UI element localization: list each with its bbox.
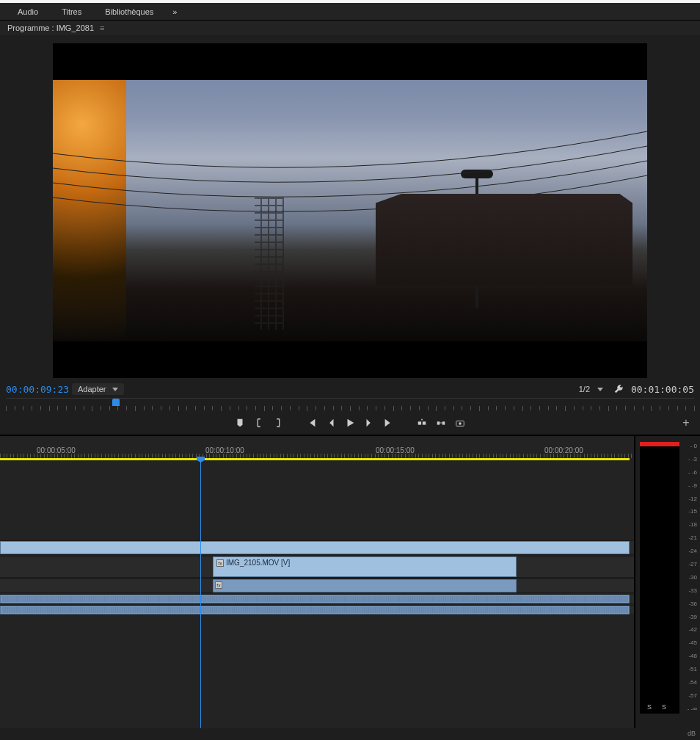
clip-a2-waveform[interactable] [0,606,630,614]
meter-tick-label: -36 [681,601,697,607]
timeline-playhead[interactable] [200,458,201,728]
viewer-ruler[interactable] [6,398,694,411]
total-timecode[interactable]: 00:01:00:05 [628,384,694,395]
meter-tick-label: - -9 [681,483,697,489]
meter-tick-label: -24 [681,548,697,554]
timeline-panel: 00:00:05:0000:00:10:0000:00:15:0000:00:2… [0,435,700,728]
audio-track-a1[interactable]: fx [0,578,634,593]
extract-button[interactable] [433,415,449,431]
meter-tick-label: - -∞ [681,706,697,712]
tab-audio[interactable]: Audio [6,4,50,19]
svg-rect-0 [418,421,421,424]
meter-tick-label: -30 [681,575,697,581]
audio-meter-bars[interactable]: S S [640,442,679,714]
tab-titres[interactable]: Titres [50,4,93,19]
meter-tick-label: -15 [681,509,697,515]
meter-tick-label: -18 [681,522,697,528]
go-to-out-button[interactable] [380,415,396,431]
program-panel-header[interactable]: Programme : IMG_2081 ≡ [0,21,700,35]
viewer-area [0,35,700,380]
transport-bar: + [0,411,700,435]
meter-tick-label: -51 [681,667,697,672]
zoom-label: Adapter [78,385,106,393]
play-button[interactable] [342,415,358,431]
step-forward-button[interactable] [361,415,377,431]
frame-content [475,175,478,308]
meter-tick-label: -12 [681,496,697,502]
meter-tick-label: -48 [681,653,697,659]
settings-icon[interactable] [613,384,624,394]
step-back-button[interactable] [323,415,339,431]
workspace-tabs: Audio Titres Bibliothèques » [0,3,700,21]
track-spacer [0,616,634,704]
meter-tick-label: -42 [681,627,697,633]
viewer-controls: 00:00:09:23 Adapter 1/2 00:01:00:05 [0,380,700,398]
button-editor-button[interactable]: + [679,416,693,429]
audio-meter-panel: S S - 0- -3- -6- -9-12-15-18-21-24-27-30… [634,436,700,728]
clip-v1[interactable]: fxIMG_2105.MOV [V] [213,556,517,577]
tracks-container: fxIMG_2105.MOV [V] fx [0,466,634,704]
clip-v2[interactable] [0,541,630,554]
zoom-select[interactable]: Adapter [72,383,124,395]
svg-rect-1 [423,421,426,424]
fx-badge-icon: fx [215,581,222,589]
export-frame-button[interactable] [452,415,468,431]
svg-point-5 [459,422,462,425]
tab-bibliotheques[interactable]: Bibliothèques [93,4,165,19]
program-viewer[interactable] [53,43,647,378]
channel-label[interactable]: S [647,703,652,711]
track-spacer [0,466,634,540]
program-title-prefix: Programme : [7,23,54,32]
meter-tick-label: - -6 [681,470,697,476]
channel-label[interactable]: S [662,703,666,711]
waveform [1,596,628,602]
audio-track-a2-bottom[interactable] [0,605,634,615]
chevron-down-icon [597,388,603,391]
svg-rect-2 [437,421,440,424]
ruler-label: 00:00:05:00 [37,446,76,454]
mark-out-button[interactable] [270,415,286,431]
clip-label: fxIMG_2105.MOV [V] [214,557,516,568]
ruler-label: 00:00:10:00 [205,446,244,454]
clip-a2-waveform[interactable] [0,595,630,603]
meter-scale: - 0- -3- -6- -9-12-15-18-21-24-27-30-33-… [681,436,700,728]
meter-tick-label: -45 [681,640,697,646]
clip-indicator [640,442,679,446]
svg-rect-3 [442,421,445,424]
lift-button[interactable] [414,415,430,431]
meter-tick-label: -27 [681,562,697,567]
meter-tick-label: - 0 [681,443,697,449]
go-to-in-button[interactable] [304,415,320,431]
meter-tick-label: - -3 [681,457,697,462]
fx-badge-icon: fx [216,559,224,567]
db-label: dB [688,730,696,737]
viewer-playhead[interactable] [112,399,120,406]
clip-a1[interactable]: fx [213,579,517,592]
chevron-down-icon [112,388,118,391]
timeline-tracks-area[interactable]: 00:00:05:0000:00:10:0000:00:15:0000:00:2… [0,436,634,728]
resolution-select[interactable]: 1/2 [573,383,609,395]
audio-track-a2-top[interactable] [0,594,634,604]
frame-content [53,124,647,271]
work-area-bar[interactable] [0,458,630,460]
channel-labels: S S [647,703,666,711]
panel-menu-icon[interactable]: ≡ [100,23,104,32]
meter-tick-label: -21 [681,535,697,541]
frame-content [255,197,284,330]
waveform [1,607,628,613]
meter-tick-label: -54 [681,680,697,686]
tabs-overflow-button[interactable]: » [165,4,184,19]
resolution-label: 1/2 [579,385,590,393]
current-timecode[interactable]: 00:00:09:23 [6,384,72,395]
meter-tick-label: -39 [681,614,697,620]
mark-in-button[interactable] [251,415,267,431]
meter-tick-label: -33 [681,588,697,594]
meter-tick-label: -57 [681,693,697,699]
program-monitor-panel: Programme : IMG_2081 ≡ 00:00:09:23 [0,21,700,435]
video-track-v1[interactable]: fxIMG_2105.MOV [V] [0,556,634,578]
timeline-ruler[interactable]: 00:00:05:0000:00:10:0000:00:15:0000:00:2… [0,436,634,458]
video-frame [53,80,647,341]
add-marker-button[interactable] [232,415,248,431]
video-track-v2[interactable] [0,540,634,555]
program-sequence-name: IMG_2081 [56,23,94,32]
